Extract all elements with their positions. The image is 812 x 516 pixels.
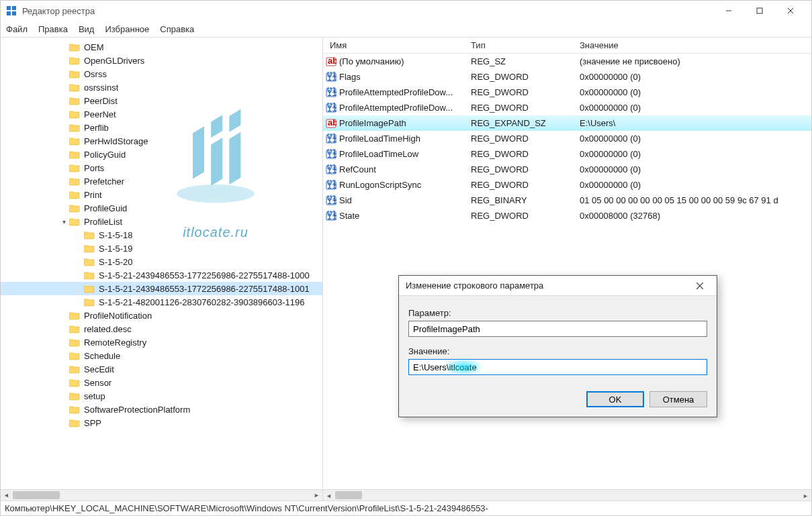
value-name: RefCount	[339, 164, 471, 174]
list-row[interactable]: ProfileAttemptedProfileDow...REG_DWORD0x…	[323, 85, 811, 100]
cancel-button[interactable]: Отмена	[649, 391, 707, 407]
tree-item-label: PolicyGuid	[84, 150, 126, 160]
binary-value-icon	[326, 72, 336, 83]
tree-item[interactable]: osrssinst	[1, 81, 322, 94]
tree-item[interactable]: S-1-5-21-482001126-2830760282-3903896603…	[1, 295, 322, 309]
list-header[interactable]: Имя Тип Значение	[323, 38, 811, 54]
binary-value-icon	[326, 164, 336, 175]
menu-view[interactable]: Вид	[79, 24, 95, 34]
tree-item-label: Schedule	[84, 351, 120, 361]
value-name: (По умолчанию)	[339, 56, 471, 66]
tree-item[interactable]: S-1-5-21-2439486553-1772256986-227551748…	[1, 282, 322, 295]
minimize-button[interactable]	[713, 1, 744, 21]
tree-item-label: S-1-5-21-2439486553-1772256986-227551748…	[99, 270, 310, 280]
folder-icon	[69, 176, 80, 186]
list-row[interactable]: (По умолчанию)REG_SZ(значение не присвое…	[323, 54, 811, 69]
tree-item-label: PeerDist	[84, 96, 118, 106]
tree-item-label: related.desc	[84, 324, 132, 334]
title-bar[interactable]: Редактор реестра	[1, 1, 811, 21]
tree-item[interactable]: Ports	[1, 161, 322, 174]
tree-item[interactable]: Sensor	[1, 376, 322, 389]
menu-bar: Файл Правка Вид Избранное Справка	[1, 21, 811, 37]
tree-item-label: OEM	[84, 42, 104, 52]
list-hscrollbar[interactable]: ◄►	[323, 489, 811, 501]
folder-icon	[69, 351, 80, 360]
string-value-icon	[326, 118, 336, 129]
ok-button[interactable]: OK	[586, 391, 644, 407]
list-row[interactable]: ProfileImagePathREG_EXPAND_SZE:\Users\	[323, 115, 811, 131]
menu-favorites[interactable]: Избранное	[105, 24, 149, 34]
value-name: ProfileAttemptedProfileDow...	[339, 103, 471, 113]
list-row[interactable]: ProfileAttemptedProfileDow...REG_DWORD0x…	[323, 100, 811, 115]
tree-item[interactable]: S-1-5-20	[1, 255, 322, 268]
tree-item[interactable]: Schedule	[1, 349, 322, 362]
folder-icon	[69, 69, 80, 79]
tree-item[interactable]: OEM	[1, 40, 322, 54]
tree-item[interactable]: ProfileGuid	[1, 201, 322, 215]
tree-item[interactable]: PeerNet	[1, 107, 322, 121]
tree-hscrollbar[interactable]: ◄►	[1, 489, 322, 501]
tree-item[interactable]: SecEdit	[1, 362, 322, 376]
value-data: 0x00000000 (0)	[580, 72, 811, 82]
tree-item[interactable]: PerHwIdStorage	[1, 134, 322, 148]
list-row[interactable]: StateREG_DWORD0x00008000 (32768)	[323, 208, 811, 223]
tree-item[interactable]: ProfileNotification	[1, 309, 322, 322]
folder-icon	[69, 324, 80, 333]
col-header-value[interactable]: Значение	[580, 40, 811, 50]
value-name: ProfileLoadTimeHigh	[339, 134, 471, 144]
chevron-down-icon[interactable]: ▾	[58, 218, 69, 225]
tree-item[interactable]: Print	[1, 188, 322, 201]
tree-item[interactable]: RemoteRegistry	[1, 336, 322, 349]
menu-file[interactable]: Файл	[6, 24, 28, 34]
tree-item-label: Sensor	[84, 378, 111, 388]
list-row[interactable]: ProfileLoadTimeLowREG_DWORD0x00000000 (0…	[323, 146, 811, 162]
tree-item[interactable]: OpenGLDrivers	[1, 54, 322, 67]
param-input[interactable]	[408, 321, 707, 337]
list-row[interactable]: SidREG_BINARY01 05 00 00 00 00 00 05 15 …	[323, 193, 811, 208]
tree-item[interactable]: PeerDist	[1, 94, 322, 107]
list-row[interactable]: RunLogonScriptSyncREG_DWORD0x00000000 (0…	[323, 177, 811, 193]
folder-icon	[69, 378, 80, 387]
dialog-close-button[interactable]	[690, 276, 710, 296]
tree-item[interactable]: S-1-5-19	[1, 242, 322, 255]
dialog-title: Изменение строкового параметра	[406, 280, 690, 291]
col-header-name[interactable]: Имя	[323, 40, 471, 50]
tree-item[interactable]: Osrss	[1, 67, 322, 81]
tree-item-label: S-1-5-21-482001126-2830760282-3903896603…	[99, 297, 304, 307]
value-data: 0x00000000 (0)	[580, 103, 811, 113]
folder-icon	[69, 136, 80, 146]
dialog-title-bar[interactable]: Изменение строкового параметра	[399, 276, 717, 296]
maximize-button[interactable]	[744, 1, 775, 21]
value-type: REG_DWORD	[471, 134, 580, 144]
tree-item[interactable]: ▾ProfileList	[1, 215, 322, 228]
menu-edit[interactable]: Правка	[38, 24, 68, 34]
folder-icon	[69, 311, 80, 320]
tree-item[interactable]: Prefetcher	[1, 174, 322, 188]
col-header-type[interactable]: Тип	[471, 40, 580, 50]
value-data: 0x00008000 (32768)	[580, 211, 811, 221]
tree-item[interactable]: setup	[1, 389, 322, 403]
tree-item[interactable]: SPP	[1, 416, 322, 429]
binary-value-icon	[326, 211, 336, 221]
list-row[interactable]: ProfileLoadTimeHighREG_DWORD0x00000000 (…	[323, 131, 811, 146]
tree-item[interactable]: S-1-5-18	[1, 228, 322, 242]
value-list-panel: Имя Тип Значение (По умолчанию)REG_SZ(зн…	[323, 38, 811, 501]
tree-item[interactable]: related.desc	[1, 322, 322, 336]
folder-icon	[69, 190, 80, 199]
list-row[interactable]: FlagsREG_DWORD0x00000000 (0)	[323, 69, 811, 85]
menu-help[interactable]: Справка	[160, 24, 194, 34]
close-button[interactable]	[775, 1, 806, 21]
binary-value-icon	[326, 134, 336, 144]
tree-item-label: RemoteRegistry	[84, 338, 146, 348]
tree-item[interactable]: PolicyGuid	[1, 148, 322, 161]
value-name: State	[339, 211, 471, 221]
tree-item[interactable]: S-1-5-21-2439486553-1772256986-227551748…	[1, 268, 322, 282]
binary-value-icon	[326, 87, 336, 98]
tree-item[interactable]: SoftwareProtectionPlatform	[1, 403, 322, 416]
tree-item-label: setup	[84, 391, 105, 401]
value-input[interactable]	[408, 359, 707, 375]
list-row[interactable]: RefCountREG_DWORD0x00000000 (0)	[323, 162, 811, 177]
tree-item[interactable]: Perflib	[1, 121, 322, 134]
tree-item-label: OpenGLDrivers	[84, 56, 144, 66]
value-data: 0x00000000 (0)	[580, 87, 811, 97]
